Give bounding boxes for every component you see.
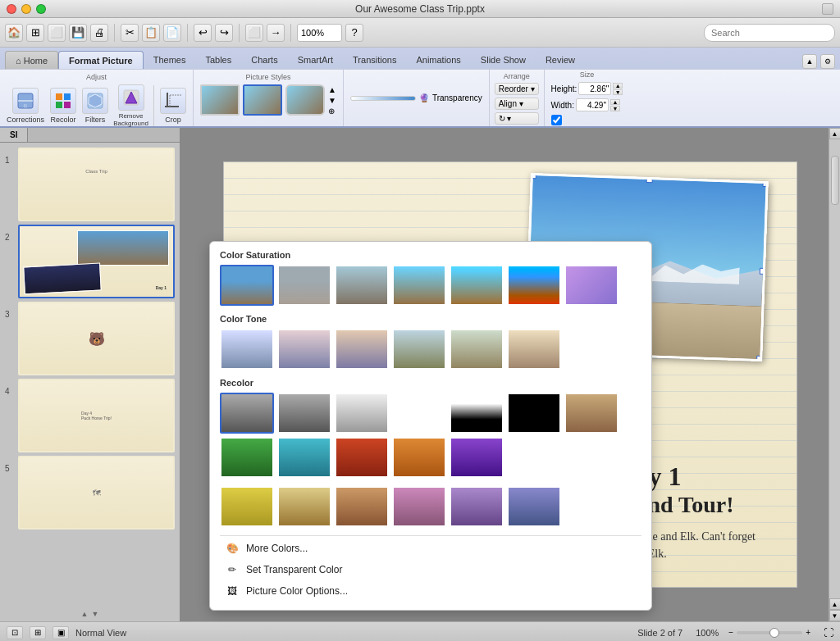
height-input[interactable]: 2.86" <box>578 82 611 95</box>
recolor-thumb-13[interactable] <box>220 486 274 527</box>
recolor-thumb-6[interactable] <box>507 393 561 434</box>
style-thumb-1[interactable] <box>200 84 240 116</box>
toolbar-icon-copy[interactable]: 📋 <box>142 24 160 42</box>
more-colors-item[interactable]: 🎨 More Colors... <box>220 538 641 559</box>
toolbar-icon-undo[interactable]: ↩ <box>194 24 212 42</box>
tab-animations[interactable]: Animations <box>406 51 470 69</box>
toolbar-icon-3[interactable]: ⬜ <box>48 24 66 42</box>
sat-thumb-4[interactable] <box>392 265 446 306</box>
slide-thumb-4[interactable]: 4 Day 4Pack Horse Trip! <box>3 377 176 454</box>
remove-background-button[interactable]: Remove Background <box>112 83 149 129</box>
crop-button[interactable]: Crop <box>158 86 188 125</box>
scroll-up-btn[interactable]: ▲ <box>829 128 841 139</box>
style-thumb-2[interactable] <box>243 84 282 116</box>
tone-thumb-5[interactable] <box>450 329 504 370</box>
toolbar-icon-save[interactable]: 💾 <box>69 24 87 42</box>
recolor-thumb-4[interactable] <box>392 393 446 434</box>
toolbar-icon-6[interactable]: → <box>267 24 285 42</box>
minimize-button[interactable] <box>21 4 31 14</box>
grid-view-btn[interactable]: ⊞ <box>30 626 46 639</box>
toolbar-icon-print[interactable]: 🖨 <box>90 24 108 42</box>
tab-review[interactable]: Review <box>536 51 585 69</box>
toolbar-icon-paste[interactable]: 📄 <box>163 24 181 42</box>
recolor-thumb-15[interactable] <box>335 486 389 527</box>
height-up[interactable]: ▲ <box>613 83 623 89</box>
tab-charts[interactable]: Charts <box>241 51 287 69</box>
zoom-in-btn[interactable]: + <box>806 628 810 637</box>
recolor-thumb-12[interactable] <box>450 437 504 478</box>
style-thumb-3[interactable] <box>285 84 325 116</box>
height-down[interactable]: ▼ <box>613 89 623 95</box>
toolbar-icon-redo[interactable]: ↪ <box>215 24 233 42</box>
sat-thumb-2[interactable] <box>277 265 331 306</box>
recolor-thumb-8[interactable] <box>220 437 274 478</box>
recolor-thumb-16[interactable] <box>392 486 446 527</box>
zoom-thumb[interactable] <box>769 628 779 638</box>
style-prev[interactable]: ▲ <box>328 85 336 94</box>
panel-scroll-down[interactable]: ▼ <box>92 610 99 618</box>
zoom-input[interactable]: 100% <box>297 24 342 42</box>
align-button[interactable]: Align ▾ <box>495 98 539 110</box>
recolor-thumb-7[interactable] <box>564 393 619 434</box>
slide-thumb-3[interactable]: 3 🐻 <box>3 300 176 377</box>
scroll-down-btn-1[interactable]: ▲ <box>829 598 841 610</box>
tone-thumb-3[interactable] <box>335 329 389 370</box>
width-down[interactable]: ▼ <box>610 106 620 111</box>
maximize-button[interactable] <box>36 4 46 14</box>
width-up[interactable]: ▲ <box>610 99 620 105</box>
sat-thumb-3[interactable] <box>335 265 389 306</box>
zoom-out-btn[interactable]: − <box>728 628 733 637</box>
ribbon-collapse-button[interactable]: ▲ <box>802 54 817 69</box>
sat-thumb-1[interactable] <box>220 265 274 306</box>
rotate-button[interactable]: ↻ ▾ <box>495 112 539 125</box>
style-next[interactable]: ▼ <box>328 96 336 105</box>
sat-thumb-5[interactable] <box>450 265 504 306</box>
toolbar-icon-help[interactable]: ? <box>345 24 363 42</box>
normal-view-btn[interactable]: ⊡ <box>7 626 23 639</box>
tab-tables[interactable]: Tables <box>195 51 241 69</box>
zoom-slider[interactable] <box>737 631 802 634</box>
scroll-down-btn-2[interactable]: ▼ <box>829 610 841 621</box>
recolor-thumb-14[interactable] <box>277 486 331 527</box>
recolor-thumb-18[interactable] <box>507 486 561 527</box>
tab-home[interactable]: ⌂ Home <box>5 51 58 69</box>
close-button[interactable] <box>7 4 16 14</box>
transparency-slider-track[interactable] <box>350 96 416 101</box>
width-input[interactable]: 4.29" <box>576 98 609 111</box>
tone-thumb-6[interactable] <box>507 329 561 370</box>
tab-transitions[interactable]: Transitions <box>343 51 406 69</box>
recolor-thumb-17[interactable] <box>450 486 504 527</box>
recolor-thumb-10[interactable] <box>335 437 389 478</box>
tab-slideshow[interactable]: Slide Show <box>471 51 536 69</box>
panel-scroll-up[interactable]: ▲ <box>81 610 89 618</box>
sat-thumb-7[interactable] <box>564 265 619 306</box>
toolbar-icon-1[interactable]: 🏠 <box>5 24 23 42</box>
toolbar-icon-2[interactable]: ⊞ <box>26 24 44 42</box>
fit-slide-btn[interactable]: ⛶ <box>824 627 833 639</box>
recolor-thumb-1[interactable] <box>220 393 274 434</box>
recolor-thumb-3[interactable] <box>335 393 389 434</box>
recolor-thumb-5[interactable] <box>450 393 504 434</box>
slide-thumb-5[interactable]: 5 🗺 <box>3 454 176 531</box>
tab-smartart[interactable]: SmartArt <box>288 51 343 69</box>
tab-format-picture[interactable]: Format Picture <box>58 51 144 69</box>
tone-thumb-1[interactable] <box>220 329 274 370</box>
ribbon-options-button[interactable]: ⚙ <box>820 54 835 69</box>
toolbar-icon-5[interactable]: ⬜ <box>245 24 263 42</box>
slide-thumb-1[interactable]: 1 Class Trip <box>3 146 176 223</box>
recolor-thumb-2[interactable] <box>277 393 331 434</box>
style-more[interactable]: ⊕ <box>328 107 336 116</box>
tone-thumb-2[interactable] <box>277 329 331 370</box>
tone-thumb-4[interactable] <box>392 329 446 370</box>
lock-ratio-checkbox[interactable] <box>551 115 562 125</box>
search-input[interactable] <box>704 24 835 42</box>
presenter-view-btn[interactable]: ▣ <box>52 626 69 639</box>
filters-button[interactable]: Filters <box>80 86 110 125</box>
corrections-button[interactable]: ☼ Corrections <box>5 86 46 125</box>
set-transparent-item[interactable]: ✏ Set Transparent Color <box>220 559 641 580</box>
sat-thumb-6[interactable] <box>507 265 561 306</box>
reorder-button[interactable]: Reorder ▾ <box>495 83 539 95</box>
picture-color-options-item[interactable]: 🖼 Picture Color Options... <box>220 580 641 602</box>
toolbar-icon-cut[interactable]: ✂ <box>121 24 139 42</box>
scroll-thumb[interactable] <box>831 156 839 205</box>
